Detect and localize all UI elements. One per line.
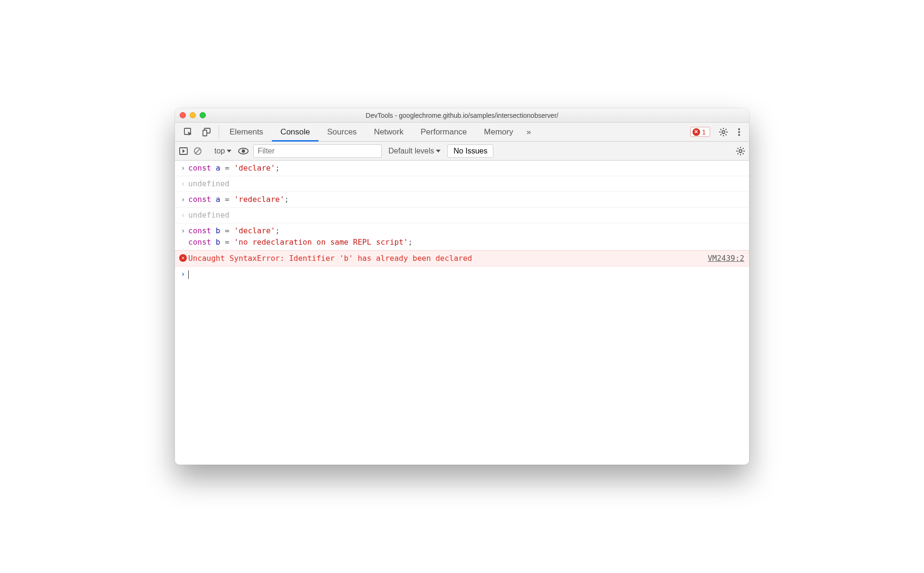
svg-point-11 [242,149,245,153]
output-chevron-icon: ‹ [178,210,188,221]
chevron-down-icon [227,150,231,153]
issues-label: No Issues [453,147,487,155]
device-toolbar-icon[interactable] [198,123,217,141]
console-prompt-row: › [175,267,749,282]
svg-point-6 [738,134,740,136]
devtools-window: DevTools - googlechrome.github.io/sample… [175,108,749,465]
settings-icon[interactable] [714,123,733,141]
more-tabs-button[interactable]: » [522,123,536,141]
inspect-element-icon[interactable] [179,123,198,141]
input-chevron-icon: › [178,162,188,174]
filter-input[interactable] [253,144,382,158]
svg-point-3 [722,131,725,134]
console-toolbar: top Default levels No Issues [175,142,749,161]
console-input-row: ›const a = 'declare'; [175,161,749,176]
tab-elements[interactable]: Elements [221,123,272,141]
input-chevron-icon: › [178,225,188,248]
traffic-lights [180,112,206,118]
console-error-row: ✕Uncaught SyntaxError: Identifier 'b' ha… [175,250,749,267]
console-output-row: ‹undefined [175,208,749,223]
error-message: Uncaught SyntaxError: Identifier 'b' has… [188,254,472,263]
tab-console[interactable]: Console [272,123,318,141]
log-levels-selector[interactable]: Default levels [386,147,443,155]
svg-point-12 [739,150,742,153]
more-options-icon[interactable] [733,123,745,141]
context-selector[interactable]: top [212,147,233,155]
error-count: 1 [702,128,706,136]
minimize-window-button[interactable] [190,112,196,118]
svg-point-4 [738,128,740,130]
divider [219,125,219,138]
context-label: top [214,147,225,155]
live-expression-icon[interactable] [238,147,249,155]
chevron-down-icon [436,150,441,153]
maximize-window-button[interactable] [200,112,206,118]
toggle-sidebar-icon[interactable] [179,146,188,156]
prompt-chevron-icon: › [178,268,188,280]
console-output[interactable]: ›const a = 'declare';‹undefined›const a … [175,161,749,465]
text-cursor [188,270,189,279]
console-output-row: ‹undefined [175,176,749,192]
svg-line-9 [195,149,200,153]
panel-tabs: ElementsConsoleSourcesNetworkPerformance… [221,123,522,141]
svg-point-5 [738,131,740,133]
titlebar: DevTools - googlechrome.github.io/sample… [175,108,749,123]
error-count-badge[interactable]: ✕ 1 [690,127,710,137]
tab-network[interactable]: Network [366,123,412,141]
error-icon: ✕ [693,128,700,136]
tab-memory[interactable]: Memory [475,123,521,141]
tab-performance[interactable]: Performance [412,123,475,141]
console-settings-icon[interactable] [736,146,745,156]
console-input-row: ›const a = 'redeclare'; [175,192,749,208]
close-window-button[interactable] [180,112,186,118]
window-title: DevTools - googlechrome.github.io/sample… [180,112,744,119]
output-chevron-icon: ‹ [178,178,188,190]
clear-console-icon[interactable] [193,146,202,156]
error-icon: ✕ [179,254,187,262]
panel-tabs-bar: ElementsConsoleSourcesNetworkPerformance… [175,123,749,142]
issues-button[interactable]: No Issues [447,144,493,158]
error-source-link[interactable]: VM2439:2 [708,253,744,264]
console-input-row: ›const b = 'declare'; const b = 'no rede… [175,223,749,250]
tab-sources[interactable]: Sources [318,123,365,141]
svg-rect-2 [203,130,207,136]
log-levels-label: Default levels [388,147,434,155]
input-chevron-icon: › [178,194,188,205]
